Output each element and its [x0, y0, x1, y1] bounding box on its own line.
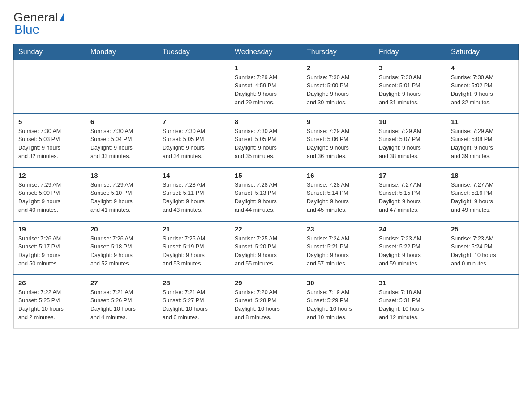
day-number: 27: [90, 279, 153, 287]
day-info: Sunrise: 7:22 AMSunset: 5:25 PMDaylight:…: [18, 288, 81, 322]
daylight-text: Daylight: 10 hours: [90, 306, 136, 312]
daylight-text-2: and 57 minutes.: [307, 261, 347, 267]
day-info: Sunrise: 7:30 AMSunset: 5:05 PMDaylight:…: [163, 127, 225, 161]
calendar-cell: 17Sunrise: 7:27 AMSunset: 5:15 PMDayligh…: [374, 167, 446, 221]
calendar-cell: 7Sunrise: 7:30 AMSunset: 5:05 PMDaylight…: [158, 114, 230, 167]
daylight-text: Daylight: 9 hours: [235, 91, 277, 97]
day-number: 12: [18, 171, 81, 179]
sunset-text: Sunset: 5:06 PM: [307, 136, 348, 142]
day-info: Sunrise: 7:30 AMSunset: 5:05 PMDaylight:…: [235, 127, 297, 161]
sunset-text: Sunset: 5:25 PM: [18, 297, 60, 304]
daylight-text-2: and 34 minutes.: [163, 153, 202, 159]
day-number: 16: [307, 171, 369, 179]
day-number: 2: [307, 64, 369, 72]
sunset-text: Sunset: 5:29 PM: [307, 297, 348, 304]
day-number: 28: [163, 279, 225, 287]
sunrise-text: Sunrise: 7:30 AM: [235, 128, 277, 134]
daylight-text: Daylight: 9 hours: [90, 145, 133, 151]
sunset-text: Sunset: 5:27 PM: [163, 297, 204, 304]
calendar-cell: 23Sunrise: 7:24 AMSunset: 5:21 PMDayligh…: [302, 221, 374, 275]
calendar-cell: 22Sunrise: 7:25 AMSunset: 5:20 PMDayligh…: [230, 221, 302, 275]
sunrise-text: Sunrise: 7:29 AM: [379, 128, 421, 134]
daylight-text-2: and 32 minutes.: [451, 99, 491, 106]
sunset-text: Sunset: 5:31 PM: [379, 297, 420, 304]
week-row-4: 19Sunrise: 7:26 AMSunset: 5:17 PMDayligh…: [14, 221, 519, 275]
day-number: 8: [235, 118, 297, 125]
sunset-text: Sunset: 5:16 PM: [451, 190, 492, 196]
daylight-text-2: and 6 minutes.: [163, 314, 199, 321]
day-number: 23: [307, 225, 369, 233]
daylight-text: Daylight: 10 hours: [307, 306, 352, 312]
day-info: Sunrise: 7:21 AMSunset: 5:27 PMDaylight:…: [163, 288, 225, 322]
day-number: 11: [451, 118, 514, 125]
day-info: Sunrise: 7:27 AMSunset: 5:16 PMDaylight:…: [451, 181, 514, 214]
day-info: Sunrise: 7:29 AMSunset: 5:07 PMDaylight:…: [379, 127, 442, 161]
day-number: 10: [379, 118, 442, 125]
daylight-text-2: and 8 minutes.: [235, 314, 271, 321]
sunrise-text: Sunrise: 7:29 AM: [90, 182, 133, 188]
sunset-text: Sunset: 5:02 PM: [451, 82, 492, 89]
calendar-cell: 19Sunrise: 7:26 AMSunset: 5:17 PMDayligh…: [14, 221, 86, 275]
sunrise-text: Sunrise: 7:26 AM: [18, 235, 61, 242]
week-row-3: 12Sunrise: 7:29 AMSunset: 5:09 PMDayligh…: [14, 167, 519, 221]
sunset-text: Sunset: 5:03 PM: [18, 136, 60, 142]
weekday-header-monday: Monday: [86, 44, 158, 60]
sunset-text: Sunset: 4:59 PM: [235, 82, 276, 89]
sunrise-text: Sunrise: 7:27 AM: [451, 182, 493, 188]
calendar-cell: 24Sunrise: 7:23 AMSunset: 5:22 PMDayligh…: [374, 221, 446, 275]
weekday-header-wednesday: Wednesday: [230, 44, 302, 60]
sunrise-text: Sunrise: 7:22 AM: [18, 289, 61, 295]
daylight-text-2: and 53 minutes.: [163, 261, 202, 267]
calendar-cell: [86, 60, 158, 114]
daylight-text: Daylight: 10 hours: [18, 306, 64, 312]
sunrise-text: Sunrise: 7:29 AM: [307, 128, 349, 134]
daylight-text-2: and 40 minutes.: [18, 207, 58, 213]
daylight-text-2: and 2 minutes.: [18, 314, 55, 321]
daylight-text: Daylight: 9 hours: [379, 252, 421, 258]
day-info: Sunrise: 7:30 AMSunset: 5:02 PMDaylight:…: [451, 73, 514, 107]
sunset-text: Sunset: 5:04 PM: [90, 136, 132, 142]
sunset-text: Sunset: 5:10 PM: [90, 190, 132, 196]
daylight-text-2: and 43 minutes.: [163, 207, 202, 213]
day-number: 25: [451, 225, 514, 233]
calendar-cell: 2Sunrise: 7:30 AMSunset: 5:00 PMDaylight…: [302, 60, 374, 114]
weekday-header-friday: Friday: [374, 44, 446, 60]
daylight-text-2: and 49 minutes.: [451, 207, 491, 213]
daylight-text-2: and 44 minutes.: [235, 207, 275, 213]
day-number: 21: [163, 225, 225, 233]
sunrise-text: Sunrise: 7:19 AM: [307, 289, 349, 295]
daylight-text-2: and 33 minutes.: [90, 153, 130, 159]
sunrise-text: Sunrise: 7:28 AM: [163, 182, 205, 188]
daylight-text: Daylight: 9 hours: [379, 198, 421, 205]
weekday-header-sunday: Sunday: [14, 44, 86, 60]
sunrise-text: Sunrise: 7:23 AM: [451, 235, 493, 242]
sunset-text: Sunset: 5:24 PM: [451, 244, 492, 250]
daylight-text-2: and 47 minutes.: [379, 207, 419, 213]
daylight-text: Daylight: 10 hours: [235, 306, 280, 312]
daylight-text-2: and 50 minutes.: [18, 261, 58, 267]
daylight-text-2: and 45 minutes.: [307, 207, 347, 213]
calendar-cell: 11Sunrise: 7:29 AMSunset: 5:08 PMDayligh…: [446, 114, 519, 167]
weekday-header-row: SundayMondayTuesdayWednesdayThursdayFrid…: [14, 44, 519, 60]
daylight-text: Daylight: 10 hours: [451, 252, 496, 258]
daylight-text-2: and 10 minutes.: [307, 314, 347, 321]
sunrise-text: Sunrise: 7:29 AM: [451, 128, 493, 134]
daylight-text: Daylight: 9 hours: [307, 252, 349, 258]
daylight-text-2: and 0 minutes.: [451, 261, 488, 267]
day-info: Sunrise: 7:30 AMSunset: 5:03 PMDaylight:…: [18, 127, 81, 161]
sunrise-text: Sunrise: 7:30 AM: [379, 74, 421, 81]
day-number: 3: [379, 64, 442, 72]
day-info: Sunrise: 7:25 AMSunset: 5:20 PMDaylight:…: [235, 235, 297, 268]
daylight-text: Daylight: 9 hours: [379, 145, 421, 151]
day-number: 1: [235, 64, 297, 72]
sunset-text: Sunset: 5:00 PM: [307, 82, 348, 89]
calendar-cell: 28Sunrise: 7:21 AMSunset: 5:27 PMDayligh…: [158, 275, 230, 329]
calendar-cell: 8Sunrise: 7:30 AMSunset: 5:05 PMDaylight…: [230, 114, 302, 167]
sunrise-text: Sunrise: 7:30 AM: [451, 74, 493, 81]
page-header: General Blue: [13, 11, 519, 37]
daylight-text: Daylight: 9 hours: [451, 198, 493, 205]
sunrise-text: Sunrise: 7:28 AM: [307, 182, 349, 188]
daylight-text: Daylight: 9 hours: [90, 252, 133, 258]
calendar-cell: 6Sunrise: 7:30 AMSunset: 5:04 PMDaylight…: [86, 114, 158, 167]
day-info: Sunrise: 7:26 AMSunset: 5:17 PMDaylight:…: [18, 235, 81, 268]
